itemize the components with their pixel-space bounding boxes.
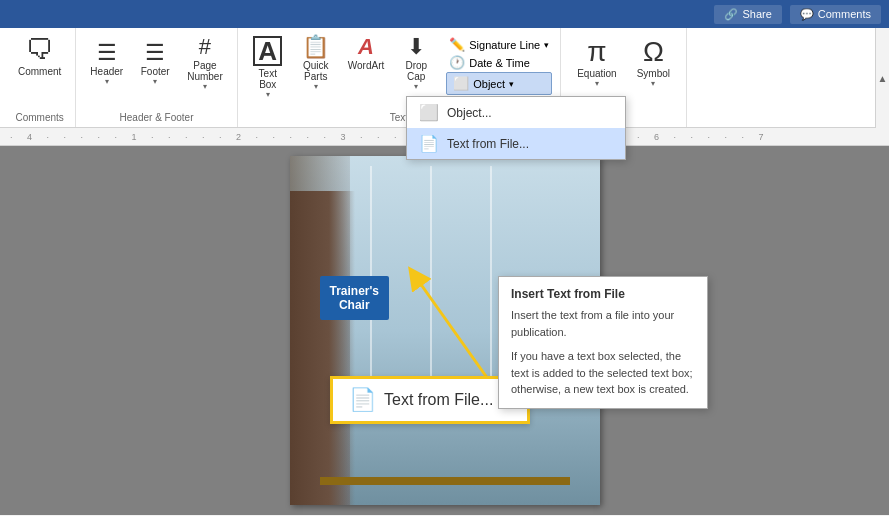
object-dropdown-icon: ⬜ xyxy=(419,103,439,122)
comment-icon: 🗨 xyxy=(26,36,54,64)
symbol-caret: ▾ xyxy=(651,79,655,88)
dropcap-caret: ▾ xyxy=(414,82,418,91)
dropdown-item-text-from-file[interactable]: 📄 Text from File... xyxy=(407,128,625,159)
object-icon: ⬜ xyxy=(453,76,469,91)
tooltip-title: Insert Text from File xyxy=(511,287,695,301)
object-label: Object xyxy=(473,78,505,90)
ribbon: 🗨 Comment Comments ☰ Header ▾ ☰ Footer ▾… xyxy=(0,28,889,128)
quickparts-icon: 📋 xyxy=(302,36,329,58)
ruler-marks: · 4 · · · · · 1 · · · · · 2 · · · · · 3 … xyxy=(10,132,770,142)
equation-caret: ▾ xyxy=(595,79,599,88)
callout-line1: Trainer's xyxy=(330,284,380,298)
share-icon: 🔗 xyxy=(724,8,738,21)
textbox-icon: A xyxy=(253,36,282,66)
tooltip: Insert Text from File Insert the text fr… xyxy=(498,276,708,409)
dropdown-item-object[interactable]: ⬜ Object... xyxy=(407,97,625,128)
top-bar: 🔗 Share 💬 Comments xyxy=(0,0,889,28)
datetime-label: Date & Time xyxy=(469,57,530,69)
footer-label: Footer xyxy=(141,66,170,77)
callout-line2: Chair xyxy=(339,298,370,312)
ribbon-group-header-footer: ☰ Header ▾ ☰ Footer ▾ # Page Number ▾ He… xyxy=(76,28,237,127)
wordart-label: WordArt xyxy=(348,60,385,71)
share-label: Share xyxy=(742,8,771,20)
textbox-label: Text Box xyxy=(259,68,277,90)
equation-icon: π xyxy=(587,36,606,68)
comments-label: Comments xyxy=(818,8,871,20)
page-area: Trainer's Chair 📄 Text from File... Inse… xyxy=(0,146,889,515)
footer-caret: ▾ xyxy=(153,77,157,86)
equation-label: Equation xyxy=(577,68,616,79)
page-number-caret: ▾ xyxy=(203,82,207,91)
text-from-file-box-icon: 📄 xyxy=(349,387,376,413)
dropcap-button[interactable]: ⬇ Drop Cap ▾ xyxy=(394,32,438,95)
symbol-label: Symbol xyxy=(637,68,670,79)
symbol-button[interactable]: Ω Symbol ▾ xyxy=(629,32,678,92)
signature-label: Signature Line xyxy=(469,39,540,51)
signature-icon: ✏️ xyxy=(449,37,465,52)
dropcap-label: Drop Cap xyxy=(405,60,427,82)
comments-button[interactable]: 💬 Comments xyxy=(790,5,881,24)
textbox-button[interactable]: A Text Box ▾ xyxy=(246,32,290,103)
comments-group-label: Comments xyxy=(16,110,64,123)
signature-line-button[interactable]: ✏️ Signature Line ▾ xyxy=(446,36,552,53)
text-from-file-dropdown-icon: 📄 xyxy=(419,134,439,153)
page-number-icon: # xyxy=(199,36,211,58)
footer-button[interactable]: ☰ Footer ▾ xyxy=(133,32,177,95)
header-label: Header xyxy=(90,66,123,77)
wordart-button[interactable]: A WordArt xyxy=(342,32,391,75)
quickparts-button[interactable]: 📋 Quick Parts ▾ xyxy=(294,32,338,95)
footer-icon: ☰ xyxy=(145,42,165,64)
symbol-icon: Ω xyxy=(643,36,664,68)
dropdown-object-label: Object... xyxy=(447,106,492,120)
header-icon: ☰ xyxy=(97,42,117,64)
header-caret: ▾ xyxy=(105,77,109,86)
wordart-icon: A xyxy=(358,36,374,58)
equation-button[interactable]: π Equation ▾ xyxy=(569,32,624,92)
page-number-label: Page Number xyxy=(187,60,223,82)
hf-group-label: Header & Footer xyxy=(120,110,194,123)
comment-button[interactable]: 🗨 Comment xyxy=(12,32,67,81)
share-button[interactable]: 🔗 Share xyxy=(714,5,781,24)
callout-box: Trainer's Chair xyxy=(320,276,390,320)
object-button[interactable]: ⬜ Object ▾ xyxy=(446,72,552,95)
page-number-button[interactable]: # Page Number ▾ xyxy=(181,32,229,95)
object-caret: ▾ xyxy=(509,79,514,89)
tooltip-text1: Insert the text from a file into your pu… xyxy=(511,307,695,340)
tooltip-text2: If you have a text box selected, the tex… xyxy=(511,348,695,398)
datetime-icon: 🕐 xyxy=(449,55,465,70)
main-content: Trainer's Chair 📄 Text from File... Inse… xyxy=(0,146,889,515)
dropdown-text-from-file-label: Text from File... xyxy=(447,137,529,151)
quickparts-label: Quick Parts xyxy=(303,60,329,82)
text-from-file-box-label: Text from File... xyxy=(384,391,493,409)
dropcap-icon: ⬇ xyxy=(407,36,425,58)
textbox-caret: ▾ xyxy=(266,90,270,99)
comment-label: Comment xyxy=(18,66,61,77)
signature-caret: ▾ xyxy=(544,40,549,50)
object-dropdown: ⬜ Object... 📄 Text from File... xyxy=(406,96,626,160)
ribbon-collapse-button[interactable]: ▲ xyxy=(875,28,889,128)
comments-icon: 💬 xyxy=(800,8,814,21)
header-button[interactable]: ☰ Header ▾ xyxy=(84,32,129,95)
datetime-button[interactable]: 🕐 Date & Time xyxy=(446,54,552,71)
ribbon-group-comments: 🗨 Comment Comments xyxy=(4,28,76,127)
quickparts-caret: ▾ xyxy=(314,82,318,91)
